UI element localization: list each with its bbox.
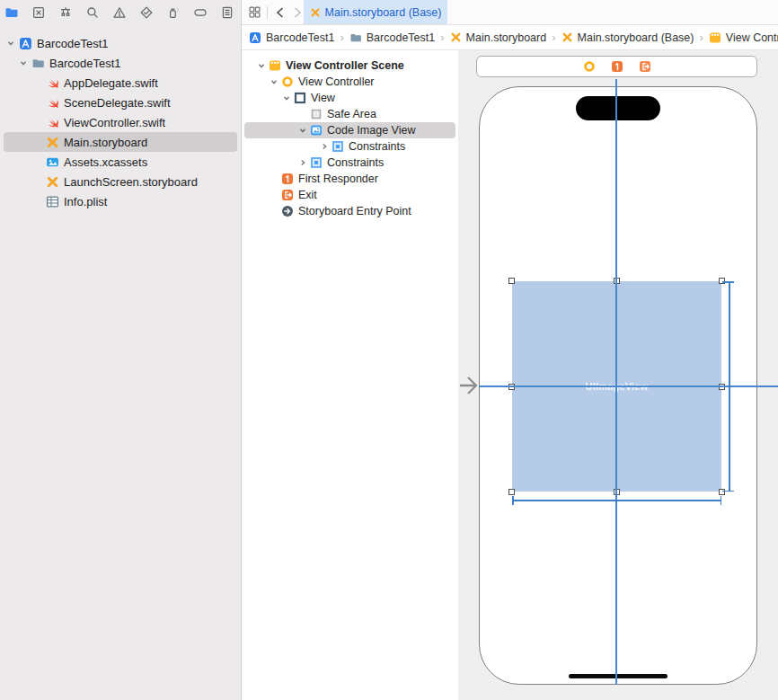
chevron-down-icon[interactable]: [297, 126, 308, 135]
storyboard-canvas[interactable]: UIImageView: [458, 50, 778, 700]
outline-row-view-controller[interactable]: View Controller: [244, 74, 455, 90]
tree-item-file[interactable]: AppDelegate.swift: [4, 73, 237, 93]
storyboard-workspace: View Controller Scene View Controller Vi…: [242, 50, 778, 700]
tree-item-group[interactable]: BarcodeTest1: [4, 53, 237, 73]
tree-item-file[interactable]: LaunchScreen.storyboard: [4, 172, 237, 191]
storyboard-entry-point-icon: [281, 205, 294, 217]
breadcrumb-item[interactable]: Main.storyboard: [450, 31, 547, 44]
tab-label: Main.storyboard (Base): [325, 6, 442, 19]
file-label: ViewController.swift: [64, 116, 165, 129]
storyboard-file-icon: [450, 31, 462, 43]
go-forward-button[interactable]: [291, 5, 304, 20]
project-navigator-icon[interactable]: [4, 5, 19, 21]
breadcrumb-label: BarcodeTest1: [266, 31, 334, 44]
outline-row-first-responder[interactable]: First Responder: [244, 171, 455, 187]
width-constraint-indicator: [512, 500, 721, 501]
tab-main-storyboard[interactable]: Main.storyboard (Base): [304, 0, 447, 24]
outline-label: View Controller Scene: [286, 59, 404, 72]
outline-row-constraints[interactable]: Constraints: [244, 138, 455, 155]
issue-navigator-icon[interactable]: [111, 5, 127, 21]
storyboard-entry-point-arrow[interactable]: [458, 375, 480, 396]
breadcrumb-label: BarcodeTest1: [367, 31, 435, 44]
tree-item-file[interactable]: Info.plist: [4, 191, 237, 211]
breadcrumb-separator: ›: [699, 31, 703, 44]
chevron-down-icon[interactable]: [18, 58, 28, 67]
outline-row-exit[interactable]: Exit: [244, 187, 455, 203]
outline-label: First Responder: [298, 173, 378, 185]
safe-area-icon: [310, 108, 323, 120]
breadcrumb-separator: ›: [552, 31, 555, 44]
tree-item-file[interactable]: SceneDelegate.swift: [4, 93, 237, 112]
breadcrumb-separator: ›: [340, 31, 343, 44]
view-controller-icon[interactable]: [583, 60, 596, 73]
image-view-icon: [310, 124, 323, 137]
view-controller-scene-icon: [709, 31, 721, 44]
go-back-button[interactable]: [273, 5, 286, 20]
xcode-window: BarcodeTest1 BarcodeTest1 AppDelegate.sw…: [0, 0, 778, 700]
outline-row-code-image-view[interactable]: Code Image View: [244, 122, 455, 138]
view-icon: [294, 92, 306, 104]
tree-item-file[interactable]: ViewController.swift: [4, 112, 237, 132]
swift-file-icon: [46, 116, 59, 129]
toolbar-divider: [267, 6, 268, 19]
test-navigator-icon[interactable]: [138, 5, 154, 21]
exit-icon[interactable]: [639, 60, 651, 73]
resize-handle-bottom-left[interactable]: [508, 489, 515, 495]
outline-label: View: [311, 92, 335, 104]
view-controller-scene-icon: [269, 59, 281, 72]
breadcrumb-label: Main.storyboard (Base): [578, 31, 694, 44]
boxed-x-icon: [31, 5, 46, 20]
breadcrumb-item[interactable]: BarcodeTest1: [249, 31, 334, 44]
storyboard-file-icon: [46, 136, 59, 149]
report-navigator-icon[interactable]: [219, 5, 234, 21]
outline-label: View Controller: [298, 75, 375, 88]
outline-label: Code Image View: [327, 124, 415, 137]
chevron-down-icon[interactable]: [269, 77, 279, 86]
asset-catalog-icon: [46, 155, 59, 169]
debug-navigator-icon[interactable]: [165, 5, 181, 21]
chevron-left-icon: [275, 6, 285, 19]
file-label: LaunchScreen.storyboard: [64, 175, 198, 189]
outline-label: Constraints: [327, 156, 384, 169]
outline-label: Exit: [298, 189, 317, 201]
breadcrumb-item[interactable]: View Controller Sc: [709, 31, 778, 44]
file-label: BarcodeTest1: [49, 57, 121, 70]
first-responder-icon[interactable]: [611, 60, 623, 73]
tree-item-file[interactable]: Assets.xcassets: [4, 152, 237, 172]
file-label: Assets.xcassets: [64, 155, 147, 169]
warning-triangle-icon: [112, 5, 127, 20]
related-items-button[interactable]: [247, 5, 261, 20]
outline-row-entry-point[interactable]: Storyboard Entry Point: [244, 203, 455, 219]
find-navigator-icon[interactable]: [84, 5, 100, 21]
breadcrumb-item[interactable]: BarcodeTest1: [349, 31, 435, 44]
chevron-down-icon[interactable]: [281, 93, 292, 102]
tree-item-project-root[interactable]: BarcodeTest1: [4, 33, 237, 53]
first-responder-icon: [281, 173, 294, 185]
horizontal-center-guide: [479, 385, 778, 387]
outline-row-safe-area[interactable]: Safe Area: [244, 106, 455, 122]
file-label: BarcodeTest1: [37, 37, 109, 50]
breakpoint-navigator-icon[interactable]: [192, 5, 208, 21]
outline-label: Constraints: [349, 140, 405, 153]
editor-tab-bar: Main.storyboard (Base): [242, 0, 778, 25]
navigator-toolbar: [0, 0, 241, 25]
file-label: SceneDelegate.swift: [64, 96, 171, 110]
view-controller-icon: [281, 75, 294, 88]
resize-handle-top-left[interactable]: [508, 278, 515, 284]
chevron-down-icon[interactable]: [5, 39, 15, 48]
storyboard-file-icon: [310, 7, 321, 18]
chevron-right-icon[interactable]: [297, 158, 308, 167]
outline-row-constraints[interactable]: Constraints: [244, 155, 455, 171]
source-control-navigator-icon[interactable]: [31, 5, 46, 21]
exit-icon: [281, 189, 294, 201]
folder-icon: [31, 57, 45, 70]
scene-dock: [476, 56, 757, 77]
chevron-down-icon[interactable]: [256, 61, 267, 70]
outline-row-view[interactable]: View: [244, 90, 455, 106]
breadcrumb-item[interactable]: Main.storyboard (Base): [561, 31, 694, 44]
outline-row-scene[interactable]: View Controller Scene: [244, 58, 455, 74]
tree-item-file-selected[interactable]: Main.storyboard: [4, 132, 237, 152]
constraints-icon: [332, 140, 344, 153]
chevron-right-icon[interactable]: [319, 142, 330, 151]
symbol-navigator-icon[interactable]: [57, 5, 73, 21]
